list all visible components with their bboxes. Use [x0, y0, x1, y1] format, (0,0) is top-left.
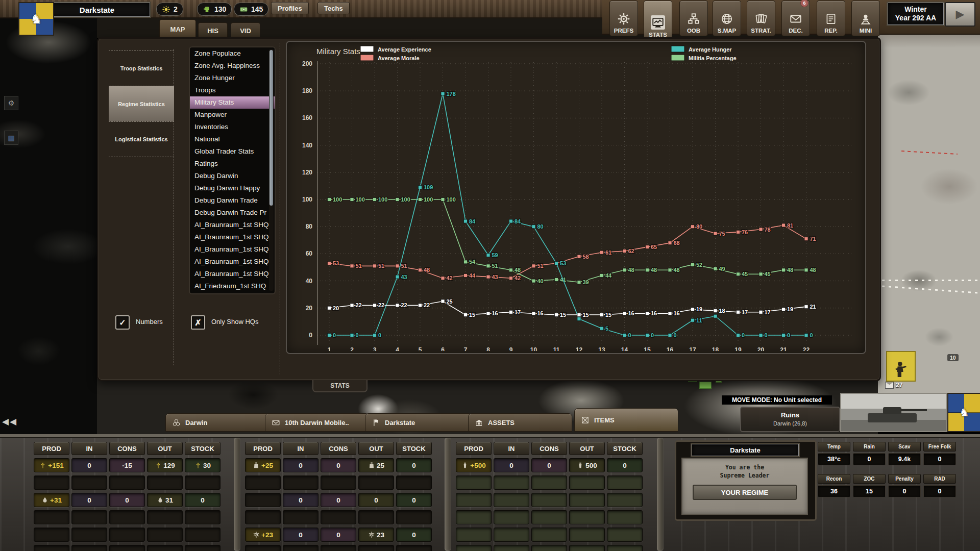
bottom-tab-label: Darkstate	[385, 419, 415, 427]
production-column-in: IN000	[283, 442, 318, 551]
map-area-left[interactable]	[0, 17, 97, 434]
category-troop-statistics[interactable]: Troop Statistics	[109, 50, 174, 86]
nav-button-smap[interactable]: S.MAP	[713, 1, 741, 36]
nav-button-oob[interactable]: OOB	[679, 1, 708, 36]
scrollbar-thumb[interactable]	[270, 50, 273, 206]
unit-portrait[interactable]	[886, 351, 916, 382]
column-header: IN	[71, 442, 107, 455]
map-area-right[interactable]	[878, 17, 980, 393]
stat-list-item[interactable]: Military Stats	[190, 96, 275, 109]
svg-text:84: 84	[514, 218, 521, 224]
env-stat-label: RAD	[923, 474, 956, 484]
stat-list-item[interactable]: Global Trader Stats	[190, 145, 275, 158]
stat-list-item[interactable]: Ratings	[190, 158, 275, 170]
view-tab-his[interactable]: HIS	[198, 22, 228, 39]
bottom-tab-darwin[interactable]: Darwin	[165, 413, 270, 432]
map-side-button[interactable]: ▦	[4, 131, 18, 145]
stat-list-item[interactable]: Manpower	[190, 109, 275, 121]
svg-text:44: 44	[605, 272, 612, 279]
stat-list-item[interactable]: Troops	[190, 84, 275, 96]
empty-slot	[607, 493, 643, 507]
svg-text:16: 16	[651, 310, 657, 316]
stat-list-item[interactable]: Zone Populace	[190, 47, 275, 60]
resource-pill[interactable]: 145	[234, 3, 268, 16]
chart-panel: 1234567891011121314151617181920212202040…	[286, 41, 866, 354]
stats-window-tab[interactable]: STATS	[312, 380, 368, 392]
stat-list-item[interactable]: AI_Braunraum_1st SHQ	[190, 268, 275, 280]
stat-list-item[interactable]: Zone Avg. Happiness	[190, 60, 275, 72]
resource-pill[interactable]: 2	[156, 3, 183, 16]
svg-text:48: 48	[674, 267, 680, 273]
resource-value: 2	[174, 5, 178, 13]
bottom-tab-items[interactable]: ITEMS	[574, 408, 678, 432]
location-coords: Darwin (26,8)	[773, 420, 807, 427]
location-panel[interactable]: Ruins Darwin (26,8)	[740, 407, 840, 432]
bottom-tab-10th-darwin-mobile-[interactable]: 10th Darwin Mobile..	[265, 413, 369, 432]
svg-text:21: 21	[780, 346, 787, 351]
nav-button-dec[interactable]: DEC.6	[781, 1, 810, 36]
resource-pill[interactable]: 130	[197, 3, 232, 16]
techs-button[interactable]: Techs	[317, 2, 350, 14]
supply-route-dots	[882, 280, 978, 281]
svg-text:54: 54	[469, 259, 476, 265]
svg-text:53: 53	[333, 260, 339, 266]
resource-cell: 0	[358, 493, 394, 507]
stat-list-item[interactable]: Debug Darwin Trade	[190, 194, 275, 207]
category-logistical-statistics[interactable]: Logistical Statistics	[109, 121, 174, 157]
stat-list-item[interactable]: Zone Hunger	[190, 72, 275, 84]
stat-list-item[interactable]: AI_Braunraum_1st SHQ	[190, 219, 275, 231]
nav-button-rep[interactable]: REP.	[817, 1, 845, 36]
env-stat-label: Scav	[888, 442, 921, 452]
stat-list-item[interactable]: AI_Braunraum_1st SHQ	[190, 243, 275, 256]
svg-text:4: 4	[396, 346, 399, 351]
nav-button-strat[interactable]: STRAT.	[747, 1, 775, 36]
map-scroll-left-icon[interactable]	[2, 416, 17, 427]
svg-text:17: 17	[514, 309, 521, 315]
env-stat-rain: Rain0	[853, 442, 886, 465]
empty-slot	[531, 510, 567, 524]
nav-button-prefs[interactable]: PREFS	[609, 1, 638, 36]
column-header: IN	[283, 442, 318, 455]
cell-value: 0	[509, 462, 513, 469]
view-tab-vid[interactable]: VID	[231, 22, 260, 39]
profiles-button[interactable]: Profiles	[271, 2, 309, 14]
stat-list-item[interactable]: National	[190, 133, 275, 145]
cell-value: 0	[125, 496, 129, 504]
column-header: CONS	[531, 442, 567, 455]
empty-slot	[494, 528, 529, 542]
bottom-tab-assets[interactable]: ASSETS	[468, 413, 572, 432]
list-scrollbar[interactable]	[269, 49, 274, 291]
svg-text:Militia Percentage: Militia Percentage	[689, 55, 737, 61]
stat-list-item[interactable]: AI_Braunraum_1st SHQ	[190, 256, 275, 268]
end-turn-button[interactable]	[945, 2, 975, 27]
production-column-stock: STOCK0	[607, 442, 643, 551]
your-regime-button[interactable]: YOUR REGIME	[693, 485, 797, 500]
stat-list-item[interactable]: Debug Darwin Happy	[190, 182, 275, 194]
env-stat-scav: Scav9.4k	[888, 442, 921, 465]
nav-button-mini[interactable]: MINI	[851, 1, 880, 36]
empty-slot	[607, 528, 643, 542]
view-tab-map[interactable]: MAP	[159, 19, 196, 39]
column-header: IN	[494, 442, 529, 455]
category-regime-statistics[interactable]: Regime Statistics	[109, 86, 174, 121]
stat-list: Zone PopulaceZone Avg. HappinessZone Hun…	[189, 46, 276, 294]
regime-flag[interactable]	[18, 2, 54, 36]
nav-button-stats[interactable]: STATS	[644, 1, 672, 40]
stat-list-item[interactable]: Debug Darwin Trade Pr	[190, 207, 275, 219]
env-stat-value: 0	[923, 453, 956, 465]
stat-list-item[interactable]: AI_Friedraum_1st SHQ	[190, 280, 275, 292]
unit-mail-indicator[interactable]: 27	[885, 382, 902, 389]
map-side-button[interactable]: ⚙	[4, 96, 18, 110]
bottom-tab-darkstate[interactable]: Darkstate	[365, 413, 472, 432]
svg-text:20: 20	[757, 346, 765, 351]
empty-slot	[185, 545, 220, 551]
empty-slot	[245, 493, 281, 507]
stat-list-item[interactable]: Inventories	[190, 121, 275, 133]
env-stat-label: ZOC	[853, 474, 886, 484]
checkbox-only-show-hqs[interactable]: ✗	[191, 315, 205, 330]
stat-list-item[interactable]: AI_Braunraum_1st SHQ	[190, 231, 275, 243]
svg-text:100: 100	[302, 196, 312, 203]
svg-text:84: 84	[469, 218, 476, 224]
stat-list-item[interactable]: Debug Darwin	[190, 170, 275, 182]
checkbox-numbers[interactable]: ✓	[115, 315, 130, 330]
